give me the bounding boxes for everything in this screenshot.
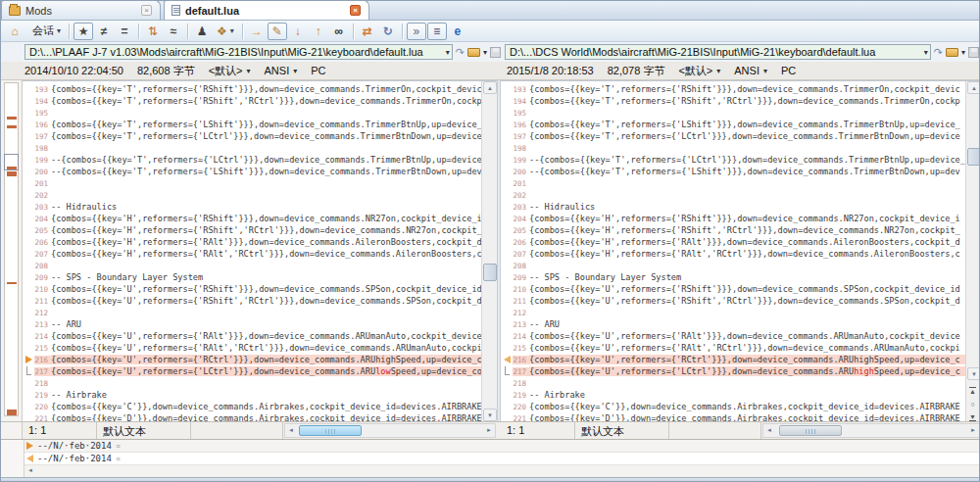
diff-map-mark[interactable] [7, 410, 17, 415]
code-line[interactable]: 202 [501, 189, 965, 201]
left-ruleset-dropdown[interactable]: <默认>▾ [209, 64, 251, 78]
code-line[interactable]: 194{combos={{key='T',reformers={'RShift'… [23, 95, 481, 107]
copy-to-right-button[interactable]: → [247, 23, 267, 40]
code-line[interactable]: 209-- SPS - Boundary Layer System [23, 271, 481, 283]
diff-details-icon[interactable]: ⇅ [143, 23, 163, 40]
code-line[interactable]: 212 [501, 307, 965, 318]
right-syntax-label[interactable]: 默认文本 [575, 422, 669, 439]
code-line[interactable]: 211{combos={{key='U',reformers={'RShift'… [501, 295, 965, 307]
detail-line-row[interactable]: --/N/·feb·2014¤ [24, 453, 980, 465]
close-tab-icon[interactable]: × [141, 5, 152, 16]
code-line[interactable]: 221{combos={{key='D'}},down=device_comma… [23, 412, 481, 421]
code-line[interactable]: 205{combos={{key='H',reformers={'RShift'… [23, 224, 481, 236]
right-horizontal-scrollbar[interactable]: ◄ ► [762, 423, 980, 438]
code-line[interactable]: 210{combos={{key='U',reformers={'RShift'… [23, 283, 481, 295]
code-line[interactable]: 195 [23, 107, 481, 119]
code-line[interactable]: 198 [501, 142, 965, 154]
detail-line-row[interactable]: --/N/·feb·2014¤ [24, 440, 980, 453]
left-path-combo[interactable]: D:\...\PLAAF J-7 v1.03\Mods\aircraft\MiG… [24, 44, 453, 60]
ignore-unimportant-button[interactable]: ≈ [164, 23, 183, 40]
code-line[interactable]: 198 [23, 142, 481, 154]
right-ruleset-dropdown[interactable]: <默认>▾ [678, 64, 720, 78]
close-tab-icon[interactable]: × [350, 5, 361, 16]
scroll-down-icon[interactable]: ▼ [967, 367, 980, 380]
next-difference-button[interactable]: ↓ [288, 23, 308, 40]
show-differences-button[interactable]: ≠ [94, 23, 114, 40]
code-line[interactable]: 205{combos={{key='H',reformers={'RShift'… [501, 224, 965, 236]
scrollbar-thumb[interactable] [779, 425, 842, 436]
more-buttons-chevron[interactable]: » [407, 23, 426, 40]
code-line[interactable]: 201 [23, 177, 481, 189]
dropdown-caret-icon[interactable]: ▾ [920, 48, 928, 57]
code-line[interactable]: 217{combos={{key='U',reformers={'LCtrl'}… [23, 365, 481, 377]
center-current-diff-icon[interactable]: ○ [970, 401, 974, 408]
code-line[interactable]: 212 [23, 307, 481, 318]
scroll-right-icon[interactable]: ► [967, 424, 979, 437]
view-list-button[interactable]: ≡ [427, 23, 447, 40]
code-line[interactable]: 207{combos={{key='H',reformers={'RAlt','… [23, 248, 481, 260]
jump-last-diff-icon[interactable]: ▼ [969, 413, 976, 421]
code-line[interactable]: 217{combos={{key='U',reformers={'LCtrl'}… [501, 365, 965, 377]
find-icon[interactable]: ∞ [329, 23, 349, 40]
code-line[interactable]: 215{combos={{key='U',reformers={'RAlt','… [23, 342, 481, 354]
code-line[interactable]: 203-- Hidraulics [501, 201, 965, 213]
right-vertical-scrollbar[interactable]: ▲ ▼ ▲ ○ ▼ [965, 81, 980, 421]
code-line[interactable]: 195 [501, 107, 965, 119]
tab-mods[interactable]: Mods × [1, 0, 161, 20]
edit-mode-button[interactable]: ✎ [268, 23, 287, 40]
diff-map-mark[interactable] [7, 117, 17, 120]
code-line[interactable]: 193{combos={{key='T',reformers={'RShift'… [501, 83, 965, 95]
code-line[interactable]: 202 [23, 189, 481, 201]
browser-view-icon[interactable]: e [448, 23, 467, 40]
rules-icon[interactable]: ♟ [192, 23, 212, 40]
code-line[interactable]: 203-- Hidraulics [23, 201, 481, 213]
left-encoding-dropdown[interactable]: ANSI▾ [265, 65, 298, 76]
code-line[interactable]: 219-- Airbrake [501, 389, 965, 401]
code-line[interactable]: 216{combos={{key='U',reformers={'RCtrl'}… [501, 354, 965, 365]
code-line[interactable]: 206{combos={{key='H',reformers={'RAlt'}}… [501, 236, 965, 248]
scroll-right-icon[interactable]: ► [483, 424, 495, 437]
dropdown-caret-icon[interactable]: ▾ [961, 48, 965, 57]
tab-default-lua[interactable]: default.lua × [164, 0, 369, 20]
code-line[interactable]: 199--{combos={{key='T',reformers={'LCtrl… [23, 154, 481, 166]
format-menu-icon[interactable]: ❖▾ [213, 23, 238, 40]
show-all-button[interactable]: ★ [74, 23, 93, 40]
scroll-down-icon[interactable]: ▼ [483, 409, 497, 421]
code-line[interactable]: 218 [501, 377, 965, 389]
code-line[interactable]: 211{combos={{key='U',reformers={'RShift'… [23, 295, 481, 307]
code-line[interactable]: 197{combos={{key='T',reformers={'LCtrl'}… [23, 130, 481, 142]
dropdown-caret-icon[interactable]: ▾ [483, 48, 487, 57]
code-line[interactable]: 213-- ARU [501, 318, 965, 330]
previous-difference-button[interactable]: ↑ [309, 23, 328, 40]
code-line[interactable]: 208 [23, 260, 481, 271]
browse-folder-icon[interactable] [946, 48, 958, 57]
code-line[interactable]: 196{combos={{key='T',reformers={'LShift'… [501, 119, 965, 130]
left-syntax-label[interactable]: 默认文本 [97, 422, 191, 439]
save-file-icon[interactable] [968, 47, 979, 58]
code-line[interactable]: 206{combos={{key='H',reformers={'RAlt'}}… [23, 236, 481, 248]
left-vertical-scrollbar[interactable]: ▲ ▼ [481, 81, 497, 421]
code-line[interactable]: 218 [23, 377, 481, 389]
left-horizontal-scrollbar[interactable]: ◄ ► [284, 423, 496, 438]
swap-sides-button[interactable]: ⇄ [358, 23, 377, 40]
code-line[interactable]: 201 [501, 177, 965, 189]
code-line[interactable]: 210{combos={{key='U',reformers={'RShift'… [501, 283, 965, 295]
save-file-icon[interactable] [490, 47, 501, 58]
code-line[interactable]: 193{combos={{key='T',reformers={'RShift'… [23, 83, 481, 95]
diff-map-viewport[interactable] [4, 154, 19, 170]
diff-map-strip[interactable] [1, 80, 23, 421]
scroll-left-icon[interactable]: ◄ [285, 424, 297, 437]
code-line[interactable]: 215{combos={{key='U',reformers={'RAlt','… [501, 342, 965, 354]
code-line[interactable]: 214{combos={{key='U',reformers={'RAlt'}}… [501, 330, 965, 342]
scroll-left-icon[interactable]: ◄ [24, 465, 36, 477]
code-line[interactable]: 200--{combos={{key='T',reformers={'LShif… [501, 166, 965, 177]
scroll-up-icon[interactable]: ▲ [483, 81, 497, 94]
right-path-combo[interactable]: D:\...\DCS World\Mods\aircraft\MiG-21BIS… [505, 44, 931, 60]
code-line[interactable]: 219-- Airbrake [23, 389, 481, 401]
dropdown-caret-icon[interactable]: ▾ [442, 48, 450, 57]
code-line[interactable]: 197{combos={{key='T',reformers={'LCtrl'}… [501, 130, 965, 142]
scrollbar-thumb[interactable] [483, 264, 497, 281]
code-line[interactable]: 209-- SPS - Boundary Layer System [501, 271, 965, 283]
refresh-button[interactable]: ↻ [378, 23, 398, 40]
code-line[interactable]: 216{combos={{key='U',reformers={'RCtrl'}… [23, 354, 481, 365]
